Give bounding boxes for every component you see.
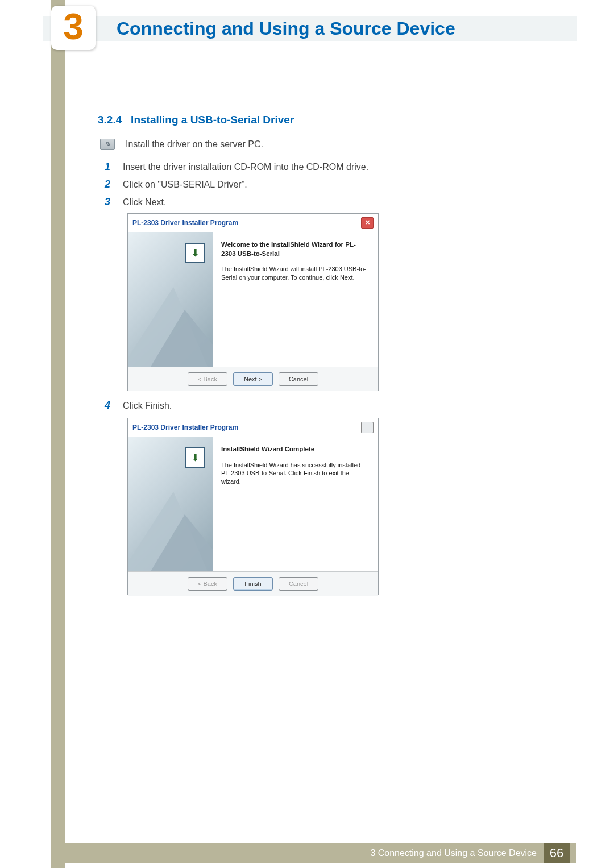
step-text: Insert the driver installation CD-ROM in… — [123, 162, 368, 172]
dialog-title: PL-2303 Driver Installer Program — [132, 423, 238, 431]
dialog-heading: Welcome to the InstallShield Wizard for … — [221, 240, 370, 258]
step-3: 3Click Next. — [105, 196, 166, 208]
left-margin-rail — [51, 0, 65, 868]
installer-dialog-welcome: PL-2303 Driver Installer Program ✕ ⬇ Wel… — [127, 213, 379, 391]
chapter-title: Connecting and Using a Source Device — [117, 18, 455, 39]
step-text: Click on "USB-SERIAL Driver". — [123, 180, 247, 189]
section-heading: 3.2.4 Installing a USB-to-Serial Driver — [98, 114, 294, 126]
cancel-button[interactable]: Cancel — [279, 372, 318, 386]
page: 3 Connecting and Using a Source Device 3… — [0, 0, 614, 868]
note-icon: ✎ — [100, 139, 115, 150]
step-number: 3 — [105, 196, 119, 208]
step-number: 4 — [105, 400, 119, 412]
note-text: Install the driver on the server PC. — [126, 139, 263, 149]
chapter-number-badge: 3 — [51, 6, 96, 50]
section-title: Installing a USB-to-Serial Driver — [131, 114, 294, 126]
dialog-sidebar-graphic: ⬇ — [128, 437, 213, 571]
next-button[interactable]: Next > — [233, 372, 273, 386]
close-icon[interactable]: ✕ — [361, 217, 374, 229]
step-number: 1 — [105, 161, 119, 173]
step-text: Click Finish. — [123, 401, 172, 410]
step-2: 2Click on "USB-SERIAL Driver". — [105, 178, 247, 190]
installer-dialog-complete: PL-2303 Driver Installer Program ⬇ Insta… — [127, 418, 379, 595]
step-number: 2 — [105, 178, 119, 190]
section-number: 3.2.4 — [98, 114, 122, 126]
dialog-body-text: The InstallShield Wizard will install PL… — [221, 265, 370, 282]
footer-text: 3 Connecting and Using a Source Device — [370, 848, 537, 858]
dialog-sidebar-graphic: ⬇ — [128, 232, 213, 367]
dialog-content: InstallShield Wizard Complete The Instal… — [213, 437, 378, 571]
dialog-footer: < Back Finish Cancel — [128, 571, 378, 596]
back-button[interactable]: < Back — [188, 577, 227, 591]
dialog-body: ⬇ Welcome to the InstallShield Wizard fo… — [128, 232, 378, 367]
dialog-content: Welcome to the InstallShield Wizard for … — [213, 232, 378, 367]
footer-endcap — [570, 843, 576, 863]
step-1: 1Insert the driver installation CD-ROM i… — [105, 161, 368, 173]
page-footer: 3 Connecting and Using a Source Device 6… — [65, 843, 576, 863]
dialog-heading: InstallShield Wizard Complete — [221, 445, 370, 454]
step-text: Click Next. — [123, 197, 166, 207]
dialog-body: ⬇ InstallShield Wizard Complete The Inst… — [128, 437, 378, 571]
step-4: 4Click Finish. — [105, 400, 172, 412]
finish-button[interactable]: Finish — [233, 577, 273, 591]
back-button[interactable]: < Back — [188, 372, 227, 386]
cancel-button[interactable]: Cancel — [279, 577, 318, 591]
dialog-footer: < Back Next > Cancel — [128, 367, 378, 391]
dialog-titlebar: PL-2303 Driver Installer Program — [128, 418, 378, 437]
page-number: 66 — [544, 843, 570, 863]
close-icon[interactable] — [361, 422, 374, 433]
installer-icon: ⬇ — [185, 447, 205, 468]
installer-icon: ⬇ — [185, 243, 205, 263]
dialog-titlebar: PL-2303 Driver Installer Program ✕ — [128, 214, 378, 232]
chapter-number: 3 — [63, 9, 84, 45]
dialog-title: PL-2303 Driver Installer Program — [132, 219, 238, 227]
dialog-body-text: The InstallShield Wizard has successfull… — [221, 461, 370, 487]
